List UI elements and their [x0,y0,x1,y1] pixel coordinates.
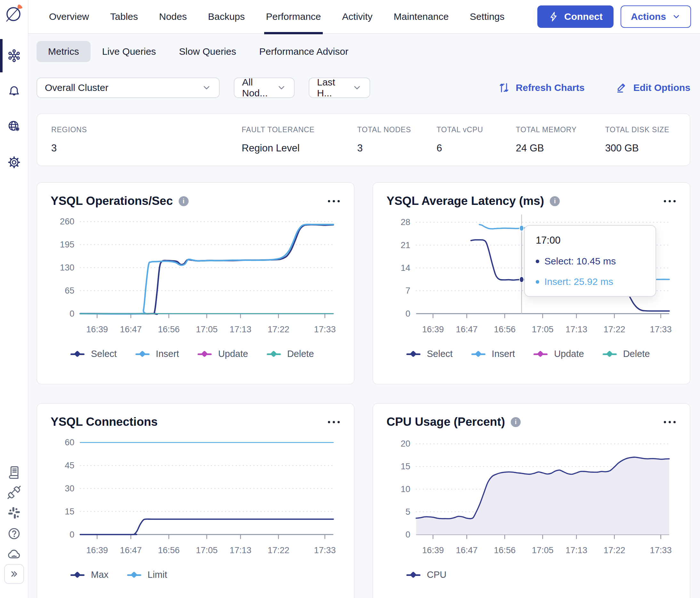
active-nav-indicator [0,39,3,72]
chart-legend: SelectInsertUpdateDelete [51,348,341,359]
svg-text:17:33: 17:33 [314,324,336,334]
sidebar [0,0,28,598]
tab-maintenance[interactable]: Maintenance [394,0,449,34]
yugabyte-logo-icon[interactable] [3,3,24,23]
legend-item-delete[interactable]: Delete [267,348,314,359]
time-range-select[interactable]: Last H... [309,77,370,98]
legend-label: Update [554,348,584,359]
legend-item-update[interactable]: Update [198,348,248,359]
summary-value: Region Level [242,142,357,154]
tab-nodes[interactable]: Nodes [159,0,187,34]
tab-settings[interactable]: Settings [470,0,504,34]
svg-text:0: 0 [70,309,74,318]
legend-label: CPU [427,570,446,580]
connect-button[interactable]: Connect [537,5,614,28]
chevron-down-icon [277,83,286,93]
summary-label: TOTAL DISK SIZE [605,126,676,134]
tab-tables[interactable]: Tables [110,0,138,34]
cluster-select[interactable]: Overall Cluster [36,77,220,98]
legend-marker-icon [267,350,281,358]
cluster-tabs: Overview Tables Nodes Backups Performanc… [49,0,505,34]
time-range-select-value: Last H... [317,77,347,99]
subtab-slow-queries[interactable]: Slow Queries [168,41,248,62]
summary-value: 24 GB [516,142,605,154]
more-options-icon[interactable] [663,418,676,426]
settings-gear-icon[interactable] [7,155,22,170]
help-question-icon[interactable] [7,526,22,541]
svg-text:260: 260 [60,216,74,226]
svg-text:17:22: 17:22 [268,545,290,555]
notifications-bell-icon[interactable] [7,83,22,98]
sidebar-item-clusters[interactable] [7,48,22,63]
node-select-value: All Nod... [242,77,272,99]
more-options-icon[interactable] [327,198,341,205]
cluster-select-value: Overall Cluster [45,82,108,93]
legend-item-limit[interactable]: Limit [127,570,167,580]
pencil-icon [616,82,628,94]
svg-text:130: 130 [60,262,74,272]
tooltip-row-select: Select: 10.45 ms [536,256,645,267]
svg-text:17:22: 17:22 [268,324,290,334]
slack-icon[interactable] [7,505,22,520]
tab-activity[interactable]: Activity [342,0,372,34]
legend-item-insert[interactable]: Insert [471,348,515,359]
info-icon[interactable]: i [511,417,521,427]
chevron-down-icon [672,12,681,21]
summary-label: TOTAL NODES [357,126,437,134]
docs-book-icon[interactable] [7,465,22,479]
legend-item-max[interactable]: Max [71,570,108,580]
subtab-performance-advisor[interactable]: Performance Advisor [248,41,360,62]
chart-title: YSQL Average Latency (ms) [386,194,544,208]
integrations-plug-icon[interactable] [7,485,22,500]
legend-item-select[interactable]: Select [406,348,453,359]
series-dot-icon [536,280,539,284]
tab-backups[interactable]: Backups [208,0,245,34]
node-select[interactable]: All Nod... [234,77,295,98]
summary-total-vcpu: TOTAL vCPU 6 [436,126,516,154]
more-options-icon[interactable] [663,198,676,205]
tab-performance[interactable]: Performance [266,0,321,34]
performance-dashboard: Overview Tables Nodes Backups Performanc… [0,0,700,598]
edit-options-label: Edit Options [633,82,691,93]
subtab-live-queries[interactable]: Live Queries [91,41,168,62]
legend-label: Insert [156,348,179,359]
legend-item-delete[interactable]: Delete [603,348,650,359]
legend-label: Select [427,348,453,359]
legend-label: Max [91,570,108,580]
edit-options-link[interactable]: Edit Options [616,82,691,94]
svg-text:17:13: 17:13 [230,545,251,555]
refresh-charts-link[interactable]: Refresh Charts [498,82,585,94]
refresh-charts-label: Refresh Charts [516,82,585,93]
svg-text:28: 28 [401,217,410,227]
tab-overview[interactable]: Overview [49,0,89,34]
cluster-summary-card: REGIONS 3 FAULT TOLERANCE Region Level T… [36,113,691,166]
sidebar-expand-button[interactable] [4,564,24,584]
chart-legend: SelectInsertUpdateDelete [386,348,676,359]
actions-button[interactable]: Actions [621,5,691,28]
legend-item-update[interactable]: Update [533,348,584,359]
svg-text:5: 5 [405,507,410,517]
performance-subtabs: Metrics Live Queries Slow Queries Perfor… [36,41,691,62]
legend-marker-icon [406,350,421,358]
info-icon[interactable]: i [550,196,560,206]
svg-text:17:13: 17:13 [566,324,587,334]
more-options-icon[interactable] [327,418,341,426]
legend-item-cpu[interactable]: CPU [406,570,446,580]
legend-label: Delete [623,348,650,359]
chevron-down-icon [352,83,362,93]
cluster-nav-bar: Overview Tables Nodes Backups Performanc… [28,0,700,34]
network-settings-globe-icon[interactable] [7,119,22,133]
svg-text:17:13: 17:13 [230,324,251,334]
legend-item-insert[interactable]: Insert [135,348,179,359]
legend-item-select[interactable]: Select [71,348,117,359]
metrics-filter-bar: Overall Cluster All Nod... Last H... [36,77,691,98]
svg-text:16:56: 16:56 [158,324,180,334]
lightning-icon [548,11,559,22]
subtab-metrics[interactable]: Metrics [36,41,91,62]
refresh-icon [498,82,510,94]
chart-card-ysql-connections: YSQL Connections 01530456016:3916:4716:5… [36,403,354,598]
cloud-status-icon[interactable] [7,547,22,562]
chart-card-ysql-operations: YSQL Operations/Sec i 06513019526016:391… [36,182,354,385]
info-icon[interactable]: i [179,196,189,206]
svg-text:16:47: 16:47 [456,324,478,334]
